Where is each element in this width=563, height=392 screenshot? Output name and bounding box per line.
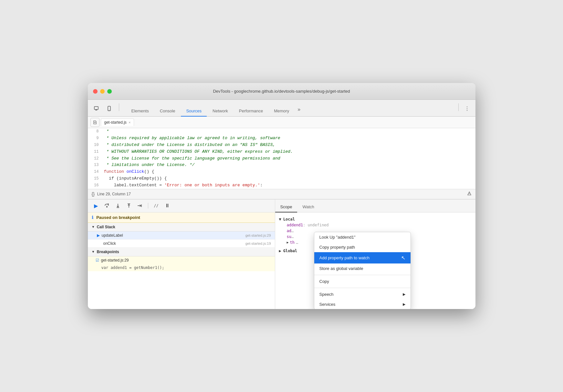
deactivate-button[interactable]: // [152, 201, 161, 210]
call-stack-arrow: ▼ [92, 225, 95, 229]
svg-marker-5 [94, 121, 96, 124]
main-tab-bar: Elements Console Sources Network Perform… [88, 100, 475, 117]
step-button[interactable] [136, 201, 144, 210]
call-stack-fn-0: updateLabel [102, 233, 245, 238]
file-tab-get-started[interactable]: get-started.js × [101, 119, 134, 126]
tab-memory[interactable]: Memory [269, 106, 294, 117]
tab-sources[interactable]: Sources [181, 106, 207, 117]
file-tabs: get-started.js × [88, 117, 475, 128]
ctx-lookup-label: Look Up "addend1" [319, 235, 356, 240]
context-menu: Look Up "addend1" Copy property path Add… [314, 232, 411, 309]
status-right-icon[interactable] [467, 191, 472, 197]
step-over-button[interactable] [103, 201, 111, 210]
scope-tabs: Scope Watch [275, 200, 475, 212]
debugger-panel: ▶ [88, 199, 475, 309]
minimize-button[interactable] [100, 89, 105, 94]
right-debug-panel: Scope Watch ▼ Local addend1: undefined a… [275, 200, 475, 309]
tab-watch[interactable]: Watch [297, 202, 319, 212]
ctx-add-watch[interactable]: Add property path to watch ↖ [314, 252, 411, 263]
ctx-lookup[interactable]: Look Up "addend1" [314, 232, 411, 242]
cursor-icon[interactable] [92, 104, 101, 113]
breakpoints-header[interactable]: ▼ Breakpoints [88, 248, 275, 256]
global-label: Global [283, 249, 297, 253]
bp-code-0: var addend1 = getNumber1(); [88, 264, 275, 271]
step-out-button[interactable] [125, 201, 133, 210]
resume-button[interactable]: ▶ [92, 201, 100, 210]
ctx-copy-path[interactable]: Copy property path [314, 242, 411, 252]
code-line-11: 11 * WITHOUT WARRANTIES OR CONDITIONS OF… [88, 149, 475, 155]
ctx-services[interactable]: Services ▶ [314, 299, 411, 309]
tab-performance[interactable]: Performance [234, 106, 268, 117]
code-line-12: 12 * See the License for the specific la… [88, 155, 475, 162]
scope-var-addend1[interactable]: addend1: undefined [279, 222, 472, 228]
code-editor[interactable]: 8 * 9 * Unless required by applicable la… [88, 128, 475, 189]
call-stack-item-0[interactable]: ▶ updateLabel get-started.js:29 [88, 232, 275, 240]
tab-bar-right: ⋮ [457, 103, 472, 114]
more-options-icon[interactable]: ⋮ [463, 104, 472, 113]
code-line-10: 10 * distributed under the License is di… [88, 142, 475, 149]
title-bar: DevTools - googlechrome.github.io/devtoo… [88, 83, 475, 100]
mobile-icon[interactable] [105, 104, 114, 113]
ctx-divider-2 [314, 288, 411, 288]
tab-network[interactable]: Network [207, 106, 233, 117]
bp-filename-text: get-started.js:29 [101, 258, 129, 263]
tab-elements[interactable]: Elements [126, 106, 154, 117]
code-line-14: 14 function onClick() { [88, 169, 475, 175]
file-panel-icon[interactable] [90, 118, 99, 127]
more-tabs-button[interactable]: » [295, 104, 303, 115]
tab-scope[interactable]: Scope [275, 202, 297, 212]
svg-point-4 [109, 110, 109, 111]
pause-exceptions-button[interactable]: ⏸ [163, 201, 172, 210]
code-line-15: 15 if (inputsAreEmpty()) { [88, 175, 475, 182]
ctx-copy[interactable]: Copy [314, 276, 411, 286]
call-stack-item-1[interactable]: onClick get-started.js:19 [88, 240, 275, 248]
code-line-16: 16 label.textContent = 'Error: one or bo… [88, 182, 475, 189]
local-label: Local [283, 217, 295, 222]
code-line-9: 9 * Unless required by applicable law or… [88, 135, 475, 142]
tab-divider [119, 103, 119, 111]
breakpoints-label: Breakpoints [97, 250, 119, 254]
paused-icon: ℹ [92, 215, 93, 220]
call-stack-file-0: get-started.js:29 [245, 233, 271, 237]
debug-divider [148, 203, 148, 209]
ctx-speech[interactable]: Speech ▶ [314, 289, 411, 299]
ctx-store-global-label: Store as global variable [319, 266, 363, 271]
file-tab-name: get-started.js [104, 120, 127, 125]
step-into-button[interactable] [114, 201, 122, 210]
ctx-add-watch-label: Add property path to watch [319, 255, 370, 260]
close-button[interactable] [93, 89, 98, 94]
ctx-store-global[interactable]: Store as global variable [314, 263, 411, 273]
debug-toolbar: ▶ [88, 200, 275, 212]
call-stack-file-1: get-started.js:19 [245, 242, 271, 245]
cursor-position: Line 29, Column 17 [97, 192, 131, 196]
ctx-services-label: Services [319, 302, 336, 307]
file-tab-close[interactable]: × [129, 120, 130, 124]
bp-check-icon: ☑ [96, 258, 99, 263]
call-stack-fn-1: onClick [103, 241, 245, 246]
th-expand-icon: ▶ [287, 241, 289, 244]
active-frame-icon: ▶ [97, 233, 100, 238]
format-icon[interactable]: {} [92, 191, 95, 197]
ctx-divider-1 [314, 275, 411, 275]
ctx-copy-label: Copy [319, 279, 329, 284]
paused-text: Paused on breakpoint [96, 215, 140, 220]
ctx-speech-label: Speech [319, 292, 334, 297]
call-stack-header[interactable]: ▼ Call Stack [88, 223, 275, 232]
code-line-13: 13 * limitations under the License. */ [88, 162, 475, 169]
breakpoint-item-0[interactable]: ☑ get-started.js:29 [88, 256, 275, 264]
global-arrow: ▶ [279, 249, 281, 253]
devtools-window: DevTools - googlechrome.github.io/devtoo… [88, 83, 475, 309]
services-submenu-arrow: ▶ [403, 302, 405, 306]
paused-banner: ℹ Paused on breakpoint [88, 212, 275, 223]
status-bar: {} Line 29, Column 17 [88, 189, 475, 199]
breakpoints-arrow: ▼ [92, 250, 95, 253]
local-scope-header[interactable]: ▼ Local [279, 216, 472, 222]
window-controls [93, 89, 112, 94]
call-stack-label: Call Stack [97, 225, 115, 229]
tab-console[interactable]: Console [155, 106, 181, 117]
tab-bar-right-divider [458, 103, 459, 111]
maximize-button[interactable] [107, 89, 112, 94]
left-debug-panel: ▶ [88, 200, 275, 309]
code-line-8: 8 * [88, 128, 475, 135]
cursor-icon: ↖ [401, 255, 405, 261]
